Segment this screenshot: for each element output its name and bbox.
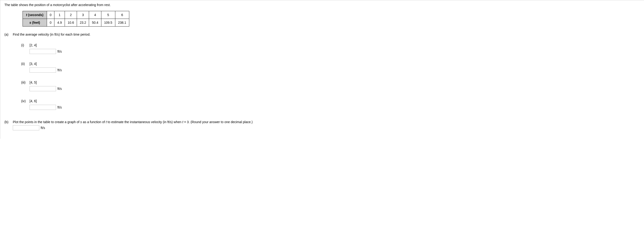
part-b-label: (b) (4, 120, 13, 124)
subpart-label: (ii) (21, 62, 30, 66)
table-cell: 4.9 (54, 19, 65, 27)
subpart-label: (iv) (21, 99, 30, 103)
table-cell: 3 (77, 11, 89, 19)
answer-input-iv[interactable] (30, 105, 56, 110)
table-cell: 238.1 (115, 19, 129, 27)
table-cell: 4 (89, 11, 101, 19)
answer-input-iii[interactable] (30, 86, 56, 91)
table-cell: 0 (47, 19, 54, 27)
unit-label: ft/s (58, 68, 62, 72)
table-cell: 23.2 (77, 19, 89, 27)
eq-t3: t = 3 (182, 120, 189, 124)
part-b-body: Plot the points in the table to create a… (13, 120, 640, 130)
subpart-iii: (iii) [4, 5] ft/s (21, 81, 640, 91)
row-header-t: t (seconds) (23, 11, 47, 19)
subpart-iv: (iv) [4, 6] ft/s (21, 99, 640, 110)
row-header-s: s (feet) (23, 19, 47, 27)
subpart-interval: [4, 6] (30, 99, 37, 103)
unit-label: ft/s (58, 105, 62, 109)
subpart-label: (iii) (21, 81, 30, 84)
part-a-subparts: (i) [2, 4] ft/s (ii) [3, 4] f (13, 43, 640, 110)
intro-text: The table shows the position of a motorc… (4, 3, 640, 7)
table-row: t (seconds) 0 1 2 3 4 5 6 (23, 11, 129, 19)
subpart-label: (i) (21, 43, 30, 47)
table-cell: 5 (101, 11, 115, 19)
subpart-interval: [3, 4] (30, 62, 37, 66)
table-cell: 10.6 (65, 19, 77, 27)
table-cell: 0 (47, 11, 54, 19)
answer-input-i[interactable] (30, 49, 56, 54)
subpart-interval: [2, 4] (30, 43, 37, 47)
part-b-prompt: Plot the points in the table to create a… (13, 120, 640, 124)
table-cell: 1 (54, 11, 65, 19)
part-a-label: (a) (4, 33, 13, 36)
answer-input-ii[interactable] (30, 68, 56, 73)
subpart-interval: [4, 5] (30, 81, 37, 84)
subpart-ii: (ii) [3, 4] ft/s (21, 62, 640, 73)
part-a-body: Find the average velocity (in ft/s) for … (13, 33, 640, 118)
table-cell: 2 (65, 11, 77, 19)
unit-label: ft/s (41, 126, 45, 130)
answer-input-b[interactable] (13, 125, 39, 130)
subpart-i: (i) [2, 4] ft/s (21, 43, 640, 54)
data-table: t (seconds) 0 1 2 3 4 5 6 s (feet) 0 4.9… (22, 11, 129, 27)
table-cell: 50.4 (89, 19, 101, 27)
part-a: (a) Find the average velocity (in ft/s) … (4, 33, 640, 118)
part-b: (b) Plot the points in the table to crea… (4, 120, 640, 130)
table-cell: 6 (115, 11, 129, 19)
table-row: s (feet) 0 4.9 10.6 23.2 50.4 109.5 238.… (23, 19, 129, 27)
unit-label: ft/s (58, 50, 62, 53)
part-a-prompt: Find the average velocity (in ft/s) for … (13, 33, 640, 36)
unit-label: ft/s (58, 87, 62, 91)
table-cell: 109.5 (101, 19, 115, 27)
question-container: The table shows the position of a motorc… (0, 0, 644, 139)
